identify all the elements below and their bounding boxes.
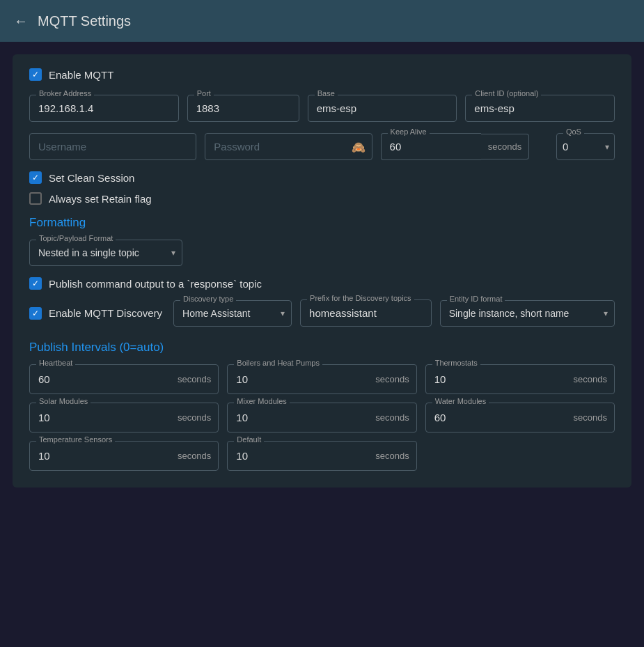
keepalive-field: Keep Alive seconds [381, 133, 548, 160]
interval-temp-sensors-inner: seconds [29, 441, 219, 471]
clean-session-label: Set Clean Session [49, 172, 134, 184]
interval-temp-sensors-label: Temperature Sensors [36, 435, 115, 444]
keepalive-suffix: seconds [481, 134, 529, 159]
broker-row: Broker Address Port Base Client ID (opti… [29, 95, 615, 122]
interval-mixer-label: Mixer Modules [234, 397, 290, 405]
publish-command-checkmark: ✓ [32, 279, 39, 288]
topic-format-field: Topic/Payload Format Nested in a single … [29, 240, 182, 266]
interval-boilers-suffix: seconds [368, 366, 416, 393]
discovery-type-wrapper: Home Assistant OpenHAB ▾ [173, 300, 292, 327]
interval-default-suffix: seconds [368, 442, 416, 469]
publish-command-row: ✓ Publish command output to a `response`… [29, 277, 615, 290]
interval-boilers-inner: seconds [227, 364, 416, 394]
qos-select[interactable]: 0 1 2 [556, 133, 615, 160]
discovery-checkmark: ✓ [32, 309, 39, 318]
client-id-input[interactable] [465, 95, 615, 122]
base-input[interactable] [308, 95, 457, 122]
topic-format-dropdown-wrapper: Nested in a single topic Single topic pe… [29, 240, 182, 266]
interval-thermostats-suffix: seconds [567, 366, 614, 393]
interval-solar: Solar Modules seconds [29, 403, 219, 432]
interval-heartbeat-suffix: seconds [171, 366, 218, 393]
interval-solar-suffix: seconds [171, 404, 218, 431]
discovery-fields: Discovery type Home Assistant OpenHAB ▾ … [173, 299, 615, 327]
discovery-type-label: Discovery type [180, 295, 236, 303]
interval-thermostats: Thermostats seconds [425, 364, 615, 394]
client-id-label: Client ID (optional) [472, 89, 541, 98]
interval-solar-input[interactable] [30, 403, 171, 432]
interval-temp-sensors: Temperature Sensors seconds [29, 441, 219, 471]
entity-id-label: Entity ID format [447, 295, 505, 303]
interval-temp-sensors-input[interactable] [30, 442, 171, 470]
intervals-grid-row2: Solar Modules seconds Mixer Modules seco… [29, 403, 615, 432]
discovery-row: ✓ Enable MQTT Discovery Discovery type H… [29, 299, 615, 327]
clean-session-checkmark: ✓ [32, 173, 39, 182]
interval-mixer: Mixer Modules seconds [227, 403, 416, 432]
interval-solar-inner: seconds [29, 403, 219, 432]
header: ← MQTT Settings [0, 0, 644, 42]
discovery-checkbox-box[interactable]: ✓ [29, 307, 42, 320]
interval-water-input[interactable] [426, 403, 567, 432]
enable-mqtt-label: Enable MQTT [49, 69, 113, 81]
entity-id-select[interactable]: Single instance, short name Single insta… [440, 300, 615, 327]
interval-mixer-suffix: seconds [368, 404, 416, 431]
keepalive-input[interactable] [381, 133, 481, 160]
interval-water-inner: seconds [425, 403, 615, 432]
clean-session-row: ✓ Set Clean Session [29, 171, 615, 184]
retain-checkbox-box[interactable]: ✓ [29, 192, 42, 205]
port-field: Port [187, 95, 299, 122]
interval-temp-sensors-suffix: seconds [171, 442, 218, 469]
port-input[interactable] [187, 95, 299, 122]
credentials-row: 🙈 Keep Alive seconds QoS 0 1 2 [29, 133, 615, 160]
interval-boilers-input[interactable] [228, 365, 368, 393]
enable-mqtt-row: ✓ Enable MQTT [29, 68, 615, 81]
topic-format-select[interactable]: Nested in a single topic Single topic pe… [29, 240, 182, 266]
content-card: ✓ Enable MQTT Broker Address Port Base C… [13, 54, 631, 488]
interval-solar-label: Solar Modules [36, 397, 91, 405]
broker-input[interactable] [29, 95, 179, 122]
retain-label: Always set Retain flag [49, 193, 152, 205]
interval-default-label: Default [234, 435, 264, 444]
client-id-field: Client ID (optional) [465, 95, 615, 122]
interval-boilers: Boilers and Heat Pumps seconds [227, 364, 416, 394]
publish-command-label: Publish command output to a `response` t… [49, 278, 262, 290]
discovery-label-text: Enable MQTT Discovery [49, 307, 162, 319]
username-input[interactable] [29, 133, 196, 160]
password-input[interactable] [205, 133, 372, 160]
enable-mqtt-checkbox[interactable]: ✓ Enable MQTT [29, 68, 113, 81]
password-toggle-icon[interactable]: 🙈 [352, 140, 366, 153]
discovery-type-field: Discovery type Home Assistant OpenHAB ▾ [173, 300, 292, 327]
enable-mqtt-checkmark: ✓ [32, 70, 39, 79]
interval-water-suffix: seconds [567, 404, 614, 431]
base-label: Base [315, 89, 338, 98]
interval-default: Default seconds [227, 441, 416, 471]
interval-heartbeat-input[interactable] [30, 365, 171, 393]
discovery-prefix-field: Prefix for the Discovery topics [300, 299, 432, 327]
interval-mixer-inner: seconds [227, 403, 416, 432]
qos-field: QoS 0 1 2 [556, 133, 615, 160]
interval-boilers-label: Boilers and Heat Pumps [234, 359, 322, 367]
discovery-type-select[interactable]: Home Assistant OpenHAB [173, 300, 292, 327]
interval-thermostats-label: Thermostats [432, 359, 480, 367]
qos-select-wrapper: 0 1 2 [556, 133, 615, 160]
clean-session-checkbox-box[interactable]: ✓ [29, 171, 42, 184]
interval-mixer-input[interactable] [228, 403, 368, 432]
password-wrapper: 🙈 [205, 133, 372, 160]
interval-default-input[interactable] [228, 442, 368, 470]
interval-water-label: Water Modules [432, 397, 489, 405]
enable-mqtt-checkbox-box[interactable]: ✓ [29, 68, 42, 81]
interval-default-inner: seconds [227, 441, 416, 471]
discovery-prefix-input[interactable] [300, 299, 432, 327]
publish-command-checkbox-box[interactable]: ✓ [29, 277, 42, 290]
password-field: 🙈 [205, 133, 372, 160]
interval-thermostats-inner: seconds [425, 364, 615, 394]
broker-label: Broker Address [36, 89, 94, 98]
entity-id-field: Entity ID format Single instance, short … [440, 300, 615, 327]
intervals-title: Publish Intervals (0=auto) [29, 341, 615, 354]
interval-heartbeat-inner: seconds [29, 364, 219, 394]
formatting-row: Topic/Payload Format Nested in a single … [29, 240, 615, 266]
intervals-grid-row1: Heartbeat seconds Boilers and Heat Pumps… [29, 364, 615, 394]
keepalive-label: Keep Alive [388, 127, 430, 136]
back-button[interactable]: ← [14, 13, 28, 29]
interval-thermostats-input[interactable] [426, 365, 567, 393]
broker-field: Broker Address [29, 95, 179, 122]
